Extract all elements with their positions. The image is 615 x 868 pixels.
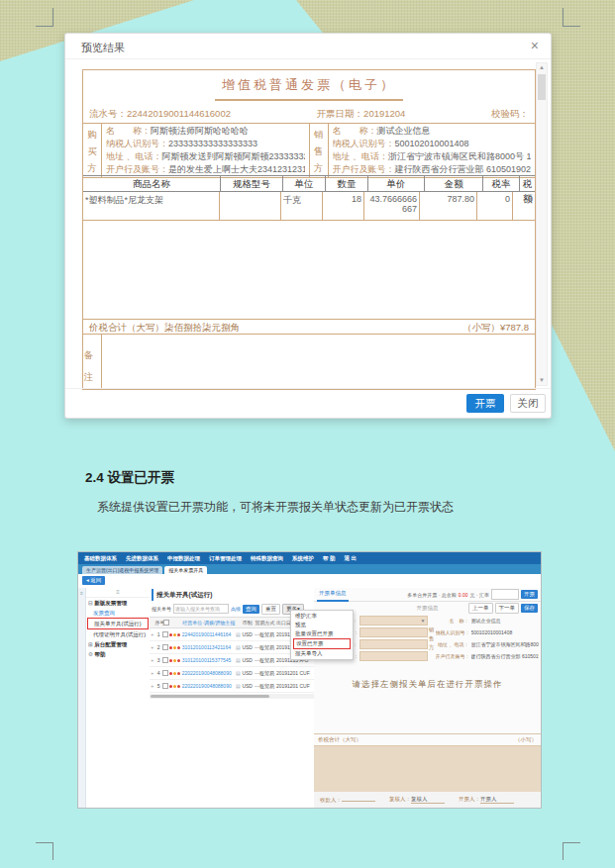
item-price: 43.7666666667 — [364, 192, 420, 220]
scroll-up-icon[interactable]: ▲ — [537, 63, 547, 72]
scrollbar-thumb[interactable] — [538, 74, 546, 100]
item-name: *塑料制品*尼龙支架 — [83, 192, 220, 220]
buyer-name-select[interactable]: ▼ — [359, 616, 428, 626]
tab-invoice-issue[interactable]: 报关单发票开具 — [164, 566, 207, 574]
menu-item[interactable]: 特殊数据查询 — [251, 555, 283, 562]
app-menubar: 基础数据体系 先进数据体系 申报数据处理 订单管理处理 特殊数据查询 系统维护 … — [78, 552, 541, 564]
remark-side-label: 备注 — [83, 335, 102, 389]
sidebar-item-invoice-mgmt[interactable]: ⊟ 新版发票管理 — [86, 598, 150, 608]
item-spec — [220, 192, 281, 220]
dialog-header: 预览结果 × — [65, 34, 551, 59]
query-button[interactable]: 查询 — [243, 605, 259, 614]
row-checkbox[interactable] — [162, 657, 169, 663]
crop-mark-top-right — [563, 26, 580, 27]
buyer-bank-input[interactable] — [359, 651, 428, 661]
menu-item[interactable]: 订单管理处理 — [209, 555, 242, 562]
exchange-rate-input[interactable] — [491, 589, 519, 600]
row-checkbox[interactable] — [162, 644, 169, 650]
dialog-scrollbar[interactable]: ▲ ▼ — [536, 62, 548, 386]
menu-item-batch-set-invoiced[interactable]: 批量设置已开票 — [291, 629, 353, 638]
sidebar-item-backend-config[interactable]: ⊞ 后台配置管理 — [86, 639, 150, 649]
item-qty: 18 — [323, 192, 364, 220]
buyer-address-input[interactable] — [359, 639, 428, 649]
close-dialog-button[interactable]: 关闭 — [510, 394, 546, 413]
seller-taxid-field: 纳税人识别号： 500102010001408 — [436, 627, 540, 638]
row-checkbox[interactable] — [162, 670, 169, 676]
seller-form: 销售方 名 称： 测试企业信息 纳税人识别号： 500102010001408 … — [428, 615, 540, 662]
col-currency: 币制 — [243, 620, 256, 626]
total-in-words: 价税合计（大写）柒佰捌拾柒元捌角 — [89, 320, 240, 335]
declaration-link[interactable]: 310120100113421164 — [182, 644, 236, 650]
back-button[interactable]: ◂ 返回 — [82, 576, 105, 585]
menu-item[interactable]: 系统维护 — [292, 555, 314, 562]
close-icon[interactable]: × — [531, 38, 539, 53]
menu-item-import-declaration[interactable]: 报关单导入 — [291, 649, 353, 658]
collapsed-nav-strip[interactable]: ≡ — [78, 588, 86, 808]
issue-invoice-button[interactable]: 开票 — [466, 394, 504, 413]
menu-item[interactable]: 帮 助 — [323, 555, 336, 562]
sidebar-item-declaration-issue[interactable]: 报关单开具(试运行) — [87, 618, 149, 629]
issue-button[interactable]: 开票 — [521, 590, 538, 599]
sidebar-item-help[interactable]: ⚙ 帮助 — [86, 649, 150, 659]
status-dots — [169, 646, 182, 649]
menu-item[interactable]: 申报数据处理 — [167, 555, 200, 562]
app-tabstrip: 生产运营(出口)退税申报系统管理 报关单发票开具 — [78, 564, 541, 574]
scrollbar-thumb[interactable] — [151, 695, 269, 698]
advanced-search-link[interactable]: 高级 — [231, 606, 241, 612]
buyer-taxid-row: 纳税人识别号：233333333333333333 — [106, 138, 305, 150]
invoice-preview: 增值税普通发票（电子） 流水号：22442019001144616002 开票日… — [82, 69, 536, 390]
table-row[interactable]: + 5 220220190048088090 ▤ USD 一般贸易 201912… — [150, 680, 314, 693]
section-heading: 2.4 设置已开票 — [85, 469, 174, 487]
seller-name-row: 名 称：测试企业信息 — [333, 125, 532, 138]
crop-mark-top-left — [36, 26, 53, 27]
panel-total-row: 价税合计（大写） （小写） — [314, 733, 541, 746]
manual-page: { "icons": { "close": "×", "scroll_up": … — [0, 0, 615, 868]
seller-bank-field: 开户行及账号： 建行陕西省分行营业部 61050190290000001... — [436, 650, 540, 662]
declaration-link[interactable]: 310120100115377545 — [182, 657, 236, 663]
menu-item[interactable]: 先进数据体系 — [126, 555, 158, 562]
scroll-down-icon[interactable]: ▼ — [537, 376, 547, 385]
declaration-link[interactable]: 224420190011446164 — [182, 631, 236, 637]
menu-item[interactable]: 基础数据体系 — [84, 555, 117, 562]
gear-icon: ⚙ — [88, 651, 93, 657]
declaration-link[interactable]: 220220190048088090 — [182, 670, 236, 676]
hamburger-icon[interactable]: ≡ — [78, 590, 85, 596]
status-dots — [169, 672, 182, 675]
tab-declaration-system[interactable]: 生产运营(出口)退税申报系统管理 — [82, 566, 162, 574]
row-checkbox[interactable] — [162, 683, 169, 689]
more-dropdown-menu: 维护汇率 预览 批量设置已开票 设置已开票 报关单导入 — [290, 610, 354, 660]
invoice-meta-row: 流水号：22442019001144616002 开票日期：20191204 校… — [89, 108, 529, 121]
buyer-taxid-input[interactable] — [359, 627, 428, 637]
menu-item-maintain-rate[interactable]: 维护汇率 — [291, 612, 353, 621]
invoice-checkcode: 校验码： — [491, 108, 529, 121]
remark-content — [102, 335, 535, 389]
search-input[interactable] — [173, 604, 229, 614]
table-row[interactable]: + 4 220220190048088090 ▤ USD 一般贸易 201912… — [150, 667, 314, 680]
select-all-checkbox[interactable] — [162, 620, 169, 626]
search-label: 报关单号 — [152, 606, 171, 612]
crop-mark-top-left — [52, 8, 53, 26]
issuer-field: 开票人：开票人 — [459, 796, 514, 804]
item-unit: 千克 — [281, 192, 323, 220]
app-toolbar: ◂ 返回 — [78, 574, 541, 589]
section-paragraph: 系统提供设置已开票功能，可将未开票报关单状态更新为已开票状态 — [97, 499, 543, 516]
menu-item[interactable]: 退 出 — [345, 555, 358, 562]
seller-address-field: 地址 、电话： 浙江省宁波市镇海区民和路8000号 13434300... — [436, 638, 540, 650]
seller-fields: 名 称：测试企业信息 纳税人识别号：500102010001408 地址 、电话… — [329, 124, 536, 177]
tab-invoice-info[interactable]: 开票单信息 — [317, 588, 349, 602]
sidebar-item-invoice-query[interactable]: 发票查询 — [86, 608, 150, 618]
sidebar-item-agent-cert-issue[interactable]: 代理证明开具(试运行) — [86, 629, 150, 639]
horizontal-scrollbar[interactable] — [150, 694, 314, 699]
declaration-link[interactable]: 220220190048088090 — [182, 683, 236, 689]
menu-item-preview[interactable]: 预览 — [291, 621, 353, 629]
seller-side-label: 销售方 — [309, 124, 329, 177]
panel-header: 开票单信息 多单合并开票 · 总金额 0.00 元 · 汇率 开票 — [314, 588, 541, 602]
reset-button[interactable]: 重置 — [261, 604, 280, 615]
buyer-address-row: 地址 、电话：阿斯顿发送到阿斯顿阿斯顿2333333234234 — [106, 150, 305, 163]
row-checkbox[interactable] — [162, 631, 169, 637]
invoice-total-row: 价税合计（大写）柒佰捌拾柒元捌角 （小写）¥787.8 — [83, 319, 535, 335]
menu-item-set-invoiced[interactable]: 设置已开票 — [293, 638, 351, 649]
invoice-date: 开票日期：20191204 — [317, 108, 406, 121]
sidebar-collapse-icon[interactable]: ≡ — [86, 588, 150, 598]
item-tax: 0 — [513, 192, 535, 220]
